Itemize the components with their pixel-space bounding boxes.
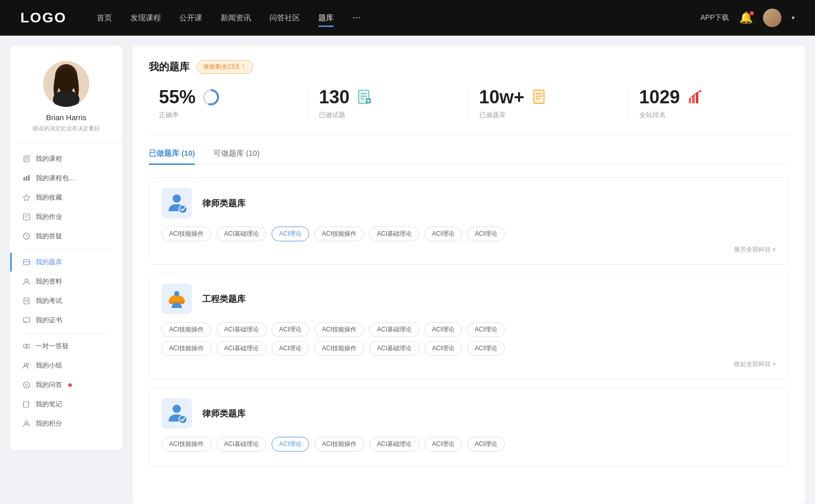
stat-accuracy: 55% 正确率 <box>149 88 309 120</box>
profile-label: 我的资料 <box>36 277 62 286</box>
app-download-button[interactable]: APP下载 <box>700 13 729 22</box>
nav-discover[interactable]: 发现课程 <box>130 11 161 25</box>
svg-rect-24 <box>23 318 30 322</box>
sidebar-item-courses[interactable]: 我的课程 <box>10 149 122 169</box>
tags-row-lawyer1: ACI技能操作 ACI基础理论 ACI理论 ACI技能操作 ACI基础理论 AC… <box>161 227 776 241</box>
tag-item[interactable]: ACI理论 <box>271 341 309 356</box>
nav-bank[interactable]: 题库 <box>318 11 334 25</box>
logo[interactable]: LOGO <box>20 10 66 26</box>
engineer-svg-icon <box>166 288 188 310</box>
tag-item[interactable]: ACI基础理论 <box>216 437 266 452</box>
tag-item[interactable]: ACI理论 <box>424 341 462 356</box>
tag-item[interactable]: ACI基础理论 <box>216 227 266 241</box>
stat-done-questions: 130 已做试题 <box>309 88 469 120</box>
tag-item[interactable]: ACI理论 <box>467 322 505 337</box>
tag-item-active[interactable]: ACI理论 <box>271 437 309 452</box>
tags-row-engineering-2: ACI技能操作 ACI基础理论 ACI理论 ACI技能操作 ACI基础理论 AC… <box>161 341 776 356</box>
lawyer1-icon <box>161 188 192 218</box>
category-title-lawyer1: 律师类题库 <box>202 198 246 209</box>
tab-available-banks[interactable]: 可做题库 (10) <box>213 149 260 164</box>
profile-avatar <box>43 61 89 107</box>
tag-item[interactable]: ACI基础理论 <box>369 437 419 452</box>
tag-item[interactable]: ACI基础理论 <box>369 322 419 337</box>
tag-item-active[interactable]: ACI理论 <box>271 227 309 241</box>
sidebar-item-group[interactable]: 我的小组 <box>10 356 122 375</box>
svg-point-31 <box>25 384 28 386</box>
tag-item[interactable]: ACI理论 <box>424 322 462 337</box>
svg-text:?: ? <box>25 234 28 239</box>
svg-rect-10 <box>26 176 28 181</box>
answers-label: 我的答疑 <box>36 232 62 241</box>
sidebar-item-notes[interactable]: 我的笔记 <box>10 395 122 414</box>
tag-item[interactable]: ACI理论 <box>467 341 505 356</box>
sidebar-item-exam[interactable]: 我的考试 <box>10 291 122 311</box>
tab-done-banks[interactable]: 已做题库 (10) <box>149 149 195 164</box>
sidebar-item-answers[interactable]: ? 我的答疑 <box>10 227 122 246</box>
svg-point-28 <box>24 363 27 366</box>
sidebar-item-my-qa[interactable]: 我的问答 <box>10 375 122 395</box>
sidebar-item-bank[interactable]: 我的题库 <box>10 253 122 272</box>
sidebar-item-onetoone[interactable]: 一对一答疑 <box>10 337 122 356</box>
tag-item[interactable]: ACI理论 <box>424 437 462 452</box>
notification-bell[interactable]: 🔔 <box>739 11 753 24</box>
category-header-engineering: 工程类题库 <box>161 284 776 314</box>
sidebar-item-profile[interactable]: 我的资料 <box>10 272 122 291</box>
profile-icon <box>22 277 31 286</box>
svg-point-53 <box>173 194 181 203</box>
tag-item[interactable]: ACI技能操作 <box>314 322 364 337</box>
tag-item[interactable]: ACI理论 <box>271 322 309 337</box>
category-card-lawyer1: 律师类题库 ACI技能操作 ACI基础理论 ACI理论 ACI技能操作 ACI基… <box>149 177 789 265</box>
group-label: 我的小组 <box>36 361 62 370</box>
avatar-chevron-icon[interactable]: ▾ <box>792 14 795 21</box>
tag-item[interactable]: ACI技能操作 <box>314 341 364 356</box>
note-orange-icon <box>532 89 548 105</box>
onetoone-icon <box>22 342 31 350</box>
stat-done-top: 130 <box>319 88 374 106</box>
tag-item[interactable]: ACI技能操作 <box>161 341 211 356</box>
courses-icon <box>22 155 31 163</box>
tag-item[interactable]: ACI技能操作 <box>161 227 211 241</box>
tag-item[interactable]: ACI基础理论 <box>369 341 419 356</box>
sidebar-item-homework[interactable]: 我的作业 <box>10 207 122 227</box>
svg-rect-11 <box>28 175 30 181</box>
points-label: 我的积分 <box>36 419 62 428</box>
avatar-image <box>763 9 781 27</box>
chart-red-icon <box>687 89 703 105</box>
nav-qa[interactable]: 问答社区 <box>269 11 300 25</box>
svg-rect-44 <box>534 90 544 103</box>
tag-item[interactable]: ACI技能操作 <box>314 437 364 452</box>
tag-item[interactable]: ACI基础理论 <box>369 227 419 241</box>
sidebar: Brian Harris 错误的决定比没有决定要好 我的课程 我的课程包... <box>10 46 122 450</box>
menu-divider-1 <box>22 249 110 249</box>
sidebar-item-favorites[interactable]: 我的收藏 <box>10 188 122 207</box>
tag-item[interactable]: ACI技能操作 <box>161 322 211 337</box>
main-content: 我的题库 体验剩余23天！ 55% 正确率 <box>132 46 805 504</box>
tag-item[interactable]: ACI基础理论 <box>216 341 266 356</box>
qa-notification-dot <box>68 383 72 387</box>
tag-item[interactable]: ACI技能操作 <box>314 227 364 241</box>
nav-open-course[interactable]: 公开课 <box>179 11 202 25</box>
tag-item[interactable]: ACI理论 <box>467 437 505 452</box>
nav-news[interactable]: 新闻资讯 <box>221 11 251 25</box>
nav-home[interactable]: 首页 <box>97 11 112 25</box>
expand-link-lawyer1[interactable]: 展开全部科目 > <box>161 245 776 254</box>
stat-banks-top: 10w+ <box>479 88 549 106</box>
nav-more[interactable]: ··· <box>352 11 361 25</box>
tag-item[interactable]: ACI基础理论 <box>216 322 266 337</box>
lawyer-svg-icon <box>166 192 188 214</box>
sidebar-item-cert[interactable]: 我的证书 <box>10 311 122 330</box>
stat-rank-value: 1029 <box>639 88 680 106</box>
main-layout: Brian Harris 错误的决定比没有决定要好 我的课程 我的课程包... <box>0 36 815 504</box>
tag-item[interactable]: ACI理论 <box>467 227 505 241</box>
svg-point-30 <box>23 382 30 388</box>
sidebar-item-course-packs[interactable]: 我的课程包... <box>10 169 122 188</box>
nav-links: 首页 发现课程 公开课 新闻资讯 问答社区 题库 ··· <box>97 11 700 25</box>
avatar[interactable] <box>763 9 781 27</box>
collapse-link-engineering[interactable]: 收起全部科目 > <box>161 360 776 369</box>
tag-item[interactable]: ACI技能操作 <box>161 437 211 452</box>
tag-item[interactable]: ACI理论 <box>424 227 462 241</box>
tags-row-engineering-1: ACI技能操作 ACI基础理论 ACI理论 ACI技能操作 ACI基础理论 AC… <box>161 322 776 337</box>
stat-accuracy-icon <box>202 88 220 106</box>
stat-rank-label: 全站排名 <box>639 110 666 120</box>
sidebar-item-points[interactable]: 我的积分 <box>10 414 122 433</box>
